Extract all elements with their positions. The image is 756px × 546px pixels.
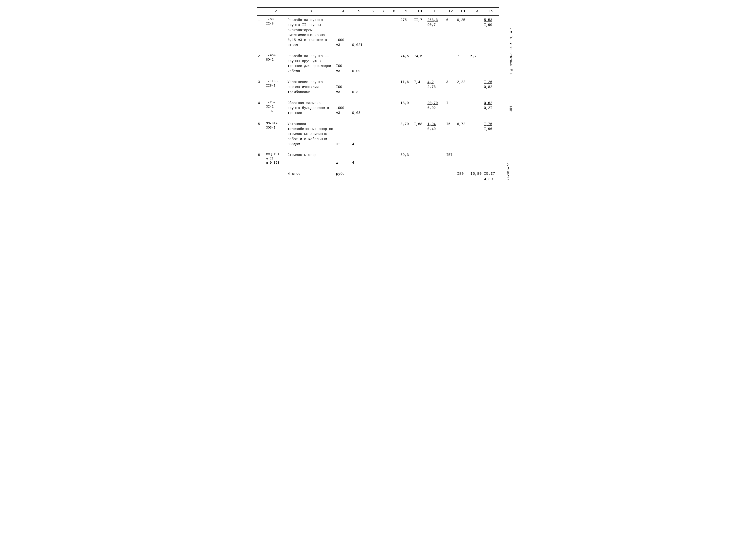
col12-val: I57 [445,151,456,166]
spacer-row [257,117,499,120]
header-col7: 7 [378,8,389,15]
description: Разработка грунта II группы вручную в тр… [286,52,335,75]
header-col10: IO [413,8,426,15]
header-col14: I4 [470,8,483,15]
col7-val [378,99,389,117]
col10-val: 7,4 [413,78,426,96]
col7-val [378,15,389,49]
col7-val [378,52,389,75]
col6-val [367,99,378,117]
col6-val [367,78,378,96]
table-row: 3.I-II85 II8-IУплотнение грунта пневмати… [257,78,499,96]
header-col12: I2 [445,8,456,15]
col14-val [470,151,483,166]
col9-val: 74,5 [400,52,413,75]
item-number: 2. [257,52,265,75]
item-number: 1. [257,15,265,49]
col6-val [367,120,378,148]
header-col11: II [426,8,445,15]
col12-val: 3 [445,78,456,96]
col9-val: I8,9 [400,99,413,117]
bottom-corner-text: //–2BI–// [507,163,510,180]
total-ref [265,169,286,183]
side-text-middle: –154– [509,104,513,114]
col13-val: 7 [456,52,469,75]
col10-val: 74,5 [413,52,426,75]
table-body: 1.I-68 I2-8Разработка сухого грунта II г… [257,15,499,183]
main-table: I 2 3 4 5 6 7 8 9 IO II I2 I3 I4 I5 1.I-… [257,7,499,183]
col5-val: 0,03 [351,99,367,117]
description: Разработка сухого грунта II группы экска… [286,15,335,49]
col11-val: 20,796,92 [426,99,445,117]
side-text-top: Т.П.№ 320-04с.84 АЛ.Х, ч.1 [509,27,514,79]
col11-val: – [426,52,445,75]
col7-val [378,78,389,96]
col9-val: 39,3 [400,151,413,166]
table-row: 6.ССЦ т.I ч.II п.9-368Стоимость опоршт43… [257,151,499,166]
ref-code: 33-8I9 303-I [265,120,286,148]
unit: I00 м3 [335,78,351,96]
col11-val: I,940,49 [426,120,445,148]
unit: 1000 м3 [335,99,351,117]
total-label: Итого: [286,169,335,183]
header-col13: I3 [456,8,469,15]
header-col8: 8 [389,8,400,15]
col12-val: 6 [445,15,456,49]
header-col5: 5 [351,8,367,15]
col14-val: 6,7 [470,52,483,75]
col14-val [470,15,483,49]
ref-code: I-257 3I-2 т.ч. [265,99,286,117]
col13-val: – [456,151,469,166]
total-spacer [351,169,456,183]
ref-code: I-II85 II8-I [265,78,286,96]
page-container: Т.П.№ 320-04с.84 АЛ.Х, ч.1 –154– //–2BI–… [257,7,499,183]
col14-val [470,120,483,148]
description: Установка железобетонных опор со стоимос… [286,120,335,148]
col6-val [367,52,378,75]
col15-val: – [483,151,499,166]
col10-val: – [413,151,426,166]
col6-val [367,15,378,49]
spacer-row [257,148,499,151]
header-col9: 9 [400,8,413,15]
total-col15: I5,I74,89 [483,169,499,183]
col10-val: II,7 [413,15,426,49]
col9-val: 275 [400,15,413,49]
col5-val: 4 [351,120,367,148]
table-header-row: I 2 3 4 5 6 7 8 9 IO II I2 I3 I4 I5 [257,8,499,15]
col8-val [389,78,400,96]
table-row: 4.I-257 3I-2 т.ч.Обратная засыпка грунта… [257,99,499,117]
item-number: 4. [257,99,265,117]
col13-val: 6,72 [456,120,469,148]
col15-val: I,260,82 [483,78,499,96]
col5-val: 0,3 [351,78,367,96]
header-col6: 6 [367,8,378,15]
table-row: 5.33-8I9 303-IУстановка железобетонных о… [257,120,499,148]
ref-code: I-960 80-2 [265,52,286,75]
total-num [257,169,265,183]
description: Стоимость опор [286,151,335,166]
unit: 1000 м3 [335,15,351,49]
col13-val: 0,25 [456,15,469,49]
col10-val: I,68 [413,120,426,148]
total-row: Итого: руб. I89 I5,89 I5,I74,89 [257,169,499,183]
table-row: 1.I-68 I2-8Разработка сухого грунта II г… [257,15,499,49]
item-number: 3. [257,78,265,96]
description: Уплотнение грунта пневматическими трамбо… [286,78,335,96]
col7-val [378,151,389,166]
item-number: 5. [257,120,265,148]
col10-val: – [413,99,426,117]
table-row: 2.I-960 80-2Разработка грунта II группы … [257,52,499,75]
total-unit: руб. [335,169,351,183]
col12-val [445,52,456,75]
spacer-row [257,75,499,78]
unit: шт [335,151,351,166]
description: Обратная засыпка грунта бульдозером в тр… [286,99,335,117]
col11-val: 263,390,7 [426,15,445,49]
col8-val [389,99,400,117]
col14-val [470,78,483,96]
col8-val [389,151,400,166]
col8-val [389,15,400,49]
col15-val: – [483,52,499,75]
item-number: 6. [257,151,265,166]
